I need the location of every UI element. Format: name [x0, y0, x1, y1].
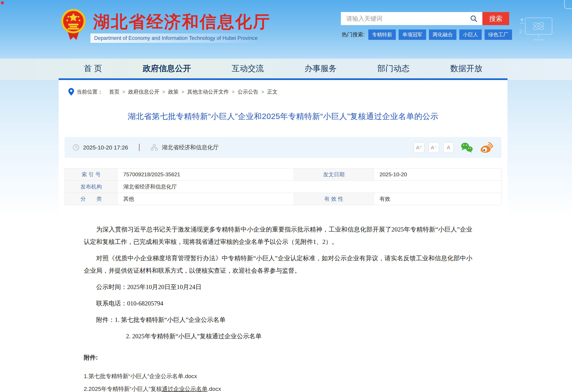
attachment-inline-line-2: 2. 2025年专精特新“小巨人”复核通过企业公示名单	[84, 330, 472, 343]
table-row: 分 类 其他 有 效 性 有效	[65, 193, 501, 205]
hot-search-tag[interactable]: 专精特新	[368, 30, 396, 40]
nav-item-open-data[interactable]: 数据开放	[450, 63, 482, 74]
hot-search-tag[interactable]: 两化融合	[429, 30, 456, 40]
issuing-agency-label: 发布机构	[65, 181, 117, 193]
article-source: 湖北省经济和信息化厅	[162, 144, 219, 151]
nav-item-home[interactable]: 首 页	[84, 63, 102, 74]
breadcrumb-gov-info[interactable]: 政府信息公开	[128, 88, 159, 95]
table-row: 索 引 号 757009218/2025-35621 发文日期 2025-10-…	[65, 168, 501, 181]
hot-search-tag[interactable]: 绿色工厂	[485, 30, 512, 40]
breadcrumb-label: 当前位置：	[77, 88, 103, 95]
breadcrumb-home[interactable]: 首页	[109, 88, 119, 95]
content-container: 当前位置： 首页 > 政府信息公开 > 政策 > 其他主动公开文件 > 公示公告…	[59, 78, 508, 392]
attachment-link-2-underlined: 通过企业公示名单	[162, 386, 207, 392]
breadcrumb-current: 正文	[267, 88, 278, 95]
publicity-period-line: 公示时间：2025年10月20日至10月24日	[84, 281, 472, 293]
main-nav: 首 页 政府信息公开 互动交流 办事服务 部门动态 数据开放	[59, 59, 508, 78]
national-emblem-icon	[61, 8, 86, 42]
meta-divider	[139, 144, 140, 151]
paragraph: 为深入贯彻习近平总书记关于激发涌现更多专精特新中小企业的重要指示批示精神，工业和…	[84, 223, 472, 248]
font-reset-button[interactable]: A	[443, 142, 454, 153]
table-row: 发布机构 湖北省经济和信息化厅	[65, 181, 501, 193]
breadcrumb-policy[interactable]: 政策	[168, 88, 178, 95]
breadcrumb: 当前位置： 首页 > 政府信息公开 > 政策 > 其他主动公开文件 > 公示公告…	[59, 80, 508, 96]
attachments-section: 附件: 1.第七批专精特新“小巨人”企业公示名单.docx 2.2025年专精特…	[84, 353, 508, 392]
attachments-heading: 附件:	[84, 353, 508, 362]
deco-rounded-outline	[564, 0, 572, 9]
index-number-value: 757009218/2025-35621	[117, 168, 294, 181]
hot-search-label: 热门搜索:	[342, 31, 365, 38]
hot-search-tag[interactable]: 单项冠军	[399, 30, 426, 40]
font-smaller-button[interactable]: A⁻	[429, 142, 439, 153]
contact-phone-line: 联系电话：010-68205794	[84, 297, 472, 310]
attachment-link-1[interactable]: 1.第七批专精特新“小巨人”企业公示名单.docx	[84, 372, 508, 380]
validity-value: 有效	[374, 193, 501, 205]
category-label: 分 类	[65, 193, 117, 205]
meta-right: A⁺ A⁻ A	[410, 142, 493, 153]
corner-red-square	[1, 1, 4, 4]
clock-icon	[73, 144, 79, 151]
page-title: 湖北省第七批专精特新“小巨人”企业和2025年专精特新“小巨人”复核通过企业名单…	[59, 111, 508, 122]
issuing-agency-value: 湖北省经济和信息化厅	[117, 181, 501, 193]
issue-date-value: 2025-10-20	[374, 168, 501, 181]
location-pin-icon	[68, 88, 74, 96]
breadcrumb-separator: >	[232, 89, 235, 95]
font-larger-button[interactable]: A⁺	[414, 142, 424, 153]
monitor-atom-deco-icon	[519, 16, 556, 43]
hot-search-row: 热门搜索: 专精特新 单项冠军 两化融合 小巨人 绿色工厂	[342, 30, 515, 40]
site-title-english: Department of Economy and Information Te…	[94, 35, 258, 41]
index-number-label: 索 引 号	[65, 168, 117, 181]
wechat-share-icon[interactable]	[461, 142, 473, 153]
site-search: 搜索	[341, 12, 509, 25]
hot-search-tag[interactable]: 小巨人	[459, 30, 482, 40]
category-value: 其他	[117, 193, 294, 205]
attachment-link-2[interactable]: 2.2025年专精特新“小巨人”复核通过企业公示名单.docx	[84, 385, 508, 392]
search-button[interactable]: 搜索	[482, 12, 509, 25]
publish-datetime: 2025-10-20 17:26	[83, 144, 128, 151]
source-org-icon	[151, 144, 158, 151]
breadcrumb-separator: >	[182, 89, 184, 95]
attachment-inline-line-1: 附件：1. 第七批专精特新“小巨人”企业公示名单	[84, 314, 472, 326]
attachment-link-2-pre: 2.2025年专精特新“小巨人”复核	[84, 386, 162, 392]
breadcrumb-separator: >	[261, 89, 264, 95]
meta-left: 2025-10-20 17:26 湖北省经济和信息化厅	[73, 144, 219, 151]
breadcrumb-other-docs[interactable]: 其他主动公开文件	[187, 88, 229, 95]
validity-label: 有 效 性	[294, 193, 374, 205]
attachment-link-1-text: 1.第七批专精特新“小巨人”企业公示名单.docx	[84, 373, 197, 379]
breadcrumb-separator: >	[122, 89, 125, 95]
page: 湖北省经济和信息化厅 Department of Economy and Inf…	[0, 0, 572, 392]
nav-item-services[interactable]: 办事服务	[304, 63, 337, 74]
nav-item-dept-news[interactable]: 部门动态	[377, 63, 410, 74]
breadcrumb-separator: >	[162, 89, 165, 95]
site-title: 湖北省经济和信息化厅	[93, 11, 271, 33]
attachment-link-2-suffix: .docx	[207, 386, 221, 392]
breadcrumb-notices[interactable]: 公示公告	[238, 88, 258, 95]
document-info-table: 索 引 号 757009218/2025-35621 发文日期 2025-10-…	[65, 168, 501, 205]
article-meta-bar: 2025-10-20 17:26 湖北省经济和信息化厅 A⁺ A⁻ A	[65, 137, 501, 158]
article-body: 为深入贯彻习近平总书记关于激发涌现更多专精特新中小企业的重要指示批示精神，工业和…	[84, 223, 472, 343]
nav-item-interaction[interactable]: 互动交流	[232, 63, 264, 74]
issue-date-label: 发文日期	[294, 168, 374, 181]
search-input[interactable]	[341, 12, 482, 25]
weibo-share-icon[interactable]	[480, 142, 493, 153]
paragraph: 对照《优质中小企业梯度培育管理暂行办法》中专精特新“小巨人”企业认定标准，如对公…	[84, 252, 472, 277]
nav-item-gov-info[interactable]: 政府信息公开	[143, 63, 191, 74]
